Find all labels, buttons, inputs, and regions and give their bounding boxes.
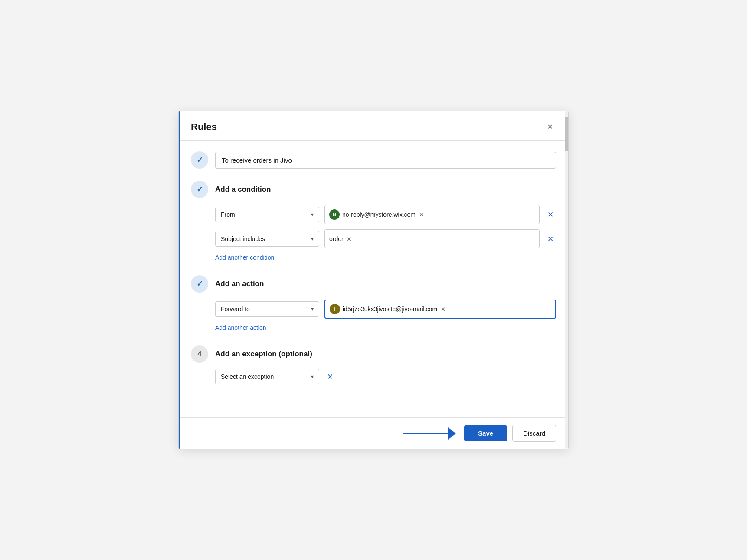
action-section: ✓ Add an action Forward to ▾ I id5rj7o3u… (191, 275, 556, 332)
forward-tag-remove[interactable]: ✕ (440, 306, 446, 312)
check-icon-step2: ✓ (197, 185, 203, 194)
from-tag: N no-reply@mystore.wix.com ✕ (329, 209, 425, 220)
dialog-footer: Save Discard (179, 417, 568, 449)
rule-name-input[interactable] (215, 152, 556, 169)
forward-dropdown-chevron: ▾ (311, 306, 314, 312)
exception-row-remove[interactable]: ✕ (324, 371, 336, 383)
from-row-remove[interactable]: ✕ (545, 208, 556, 221)
condition-row-subject: Subject includes ▾ order ✕ ✕ (215, 229, 556, 248)
exception-dropdown-chevron: ▾ (311, 374, 314, 380)
step4-circle: 4 (191, 345, 208, 363)
step1-circle: ✓ (191, 151, 208, 169)
rule-name-row: ✓ (191, 151, 556, 169)
condition-row-from: From ▾ N no-reply@mystore.wix.com ✕ ✕ (215, 205, 556, 224)
check-icon-step1: ✓ (197, 155, 203, 165)
close-button[interactable]: × (544, 120, 556, 133)
forward-dropdown[interactable]: Forward to ▾ (215, 301, 319, 317)
step4-number: 4 (198, 350, 202, 358)
from-tag-input[interactable]: N no-reply@mystore.wix.com ✕ (324, 205, 540, 224)
subject-tag-input[interactable]: order ✕ (324, 229, 540, 248)
dialog-title: Rules (191, 121, 217, 133)
exception-dropdown-label: Select an exception (221, 373, 274, 380)
action-section-title: Add an action (215, 280, 264, 288)
exception-section: 4 Add an exception (optional) Select an … (191, 345, 556, 384)
exception-section-title: Add an exception (optional) (215, 350, 312, 358)
forward-dropdown-label: Forward to (221, 306, 250, 313)
forward-avatar: I (330, 304, 340, 314)
from-tag-remove[interactable]: ✕ (418, 212, 425, 218)
subject-dropdown[interactable]: Subject includes ▾ (215, 231, 319, 247)
exception-row: Select an exception ▾ ✕ (215, 369, 556, 384)
action-row-forward: Forward to ▾ I id5rj7o3ukx3jivosite@jivo… (215, 300, 556, 319)
subject-dropdown-chevron: ▾ (311, 236, 314, 242)
from-dropdown[interactable]: From ▾ (215, 207, 319, 222)
subject-tag-remove[interactable]: ✕ (346, 236, 352, 242)
scrollbar-thumb[interactable] (565, 117, 568, 151)
from-tag-value: no-reply@mystore.wix.com (342, 211, 416, 218)
step2-circle: ✓ (191, 181, 208, 198)
step3-circle: ✓ (191, 275, 208, 293)
condition-section-title: Add a condition (215, 185, 271, 194)
close-icon: × (547, 122, 553, 131)
add-action-button[interactable]: Add another action (215, 324, 266, 331)
condition-section: ✓ Add a condition From ▾ N no-reply@myst… (191, 181, 556, 261)
add-condition-button[interactable]: Add another condition (215, 254, 274, 261)
forward-tag: I id5rj7o3ukx3jivosite@jivo-mail.com ✕ (330, 304, 446, 314)
forward-tag-value: id5rj7o3ukx3jivosite@jivo-mail.com (343, 306, 437, 313)
save-button[interactable]: Save (464, 425, 507, 441)
subject-dropdown-label: Subject includes (221, 235, 265, 242)
subject-tag: order ✕ (329, 235, 352, 242)
subject-row-remove[interactable]: ✕ (545, 233, 556, 245)
condition-header-row: ✓ Add a condition (191, 181, 556, 198)
check-icon-step3: ✓ (197, 279, 203, 289)
scrollbar-track[interactable] (565, 111, 568, 449)
arrow-container (403, 433, 455, 434)
discard-button[interactable]: Discard (512, 425, 556, 442)
rules-dialog: Rules × ✓ ✓ Add a condition From (178, 111, 569, 449)
forward-tag-input[interactable]: I id5rj7o3ukx3jivosite@jivo-mail.com ✕ (324, 300, 556, 319)
dialog-header: Rules × (179, 111, 568, 141)
from-dropdown-chevron: ▾ (311, 212, 314, 218)
from-dropdown-label: From (221, 211, 235, 218)
exception-dropdown[interactable]: Select an exception ▾ (215, 369, 319, 384)
dialog-body: ✓ ✓ Add a condition From ▾ (179, 141, 568, 417)
from-avatar: N (329, 209, 340, 220)
arrow-line (403, 433, 455, 434)
accent-bar (179, 111, 180, 449)
exception-header-row: 4 Add an exception (optional) (191, 345, 556, 363)
subject-tag-value: order (329, 235, 344, 242)
action-header-row: ✓ Add an action (191, 275, 556, 293)
